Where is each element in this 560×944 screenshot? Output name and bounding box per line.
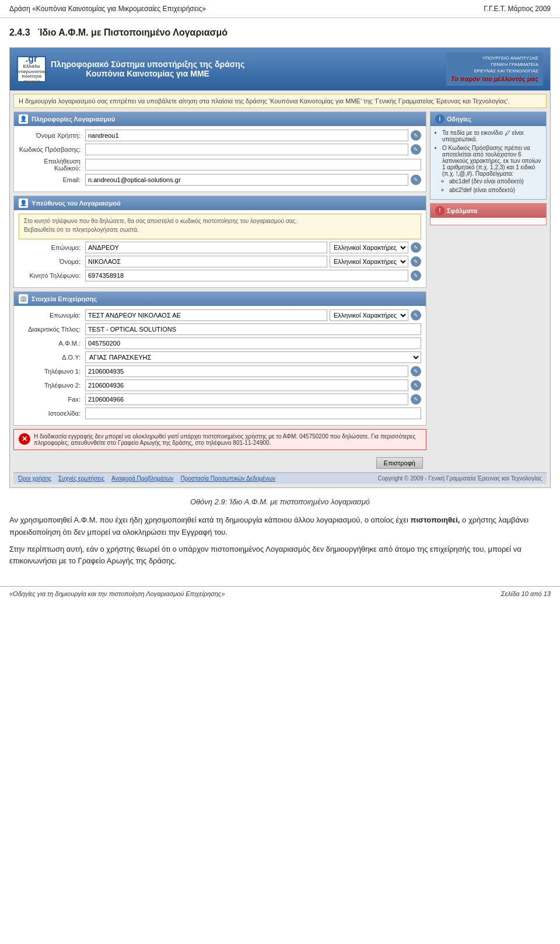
phone1-icon[interactable]: ✎ — [411, 366, 421, 377]
company-section: 🏢 Στοιχεία Επιχείρησης Επωνυμία: Ελληνικ… — [13, 291, 426, 426]
username-label: Όνομα Χρήστη: — [19, 132, 83, 139]
app-title-line2: Κουπόνια Καινοτομίας για ΜΜΕ — [51, 69, 244, 78]
logo-subtext: Ελλάδαανταγωνιστικήποιότητα ποντού — [15, 64, 48, 85]
hint-example-2: abc2!def (είναι αποδεκτό) — [449, 187, 542, 193]
left-panel: 👤 Πληροφορίες Λογαριασμού Όνομα Χρήστη: … — [13, 112, 426, 472]
errors-header: ! Σφάλματα — [430, 204, 546, 218]
username-row: Όνομα Χρήστη: ✎ — [19, 130, 421, 141]
surname-icon[interactable]: ✎ — [411, 242, 421, 253]
doy-label: Δ.Ο.Υ: — [19, 354, 83, 361]
afm-row: Α.Φ.Μ.: — [19, 337, 421, 349]
surname-type-select[interactable]: Ελληνικοί Χαρακτήρες — [330, 242, 408, 253]
website-input[interactable] — [85, 407, 421, 419]
fax-icon[interactable]: ✎ — [411, 394, 421, 405]
email-icon[interactable]: ✎ — [411, 175, 421, 185]
password-confirm-label: Επαλήθευση Κωδικού: — [19, 158, 83, 172]
doy-row: Δ.Ο.Υ: ΑΓΙΑΣ ΠΑΡΑΣΚΕΥΗΣ — [19, 351, 421, 363]
errors-icon: ! — [435, 206, 444, 215]
password-icon[interactable]: ✎ — [411, 144, 421, 155]
hint-item-1: Τα πεδία με το εικονίδιο 🖊 είναι υποχρεω… — [442, 130, 542, 142]
hint-item-2: Ο Κωδικός Πρόσβασης πρέπει να αποτελείτα… — [442, 145, 542, 193]
footer-link-2[interactable]: Συχνές ερωτήσεις — [58, 475, 104, 482]
email-row: Email: ✎ — [19, 174, 421, 186]
back-button[interactable]: Επιστροφή — [376, 457, 423, 469]
company-name-icon[interactable]: ✎ — [411, 310, 421, 321]
password-confirm-input[interactable] — [85, 159, 421, 170]
app-body: Η δημιουργία λογαριασμού σας επιτρέπει ν… — [10, 90, 550, 487]
company-name-label: Επωνυμία: — [19, 312, 83, 319]
account-section-title: Πληροφορίες Λογαριασμού — [32, 116, 115, 123]
company-name-input[interactable] — [85, 309, 327, 321]
trade-name-row: Διακριτικός Τίτλος: — [19, 323, 421, 335]
company-icon: 🏢 — [19, 294, 28, 304]
bold-word: πιστοποιηθεί, — [410, 515, 460, 524]
copyright-text: Copyright © 2009 - Γενική Γραμματεία Έρε… — [378, 475, 542, 482]
page-footer: «Οδηγίες για τη δημιουργία και την πιστο… — [0, 586, 560, 601]
hint-example-text-1: abc1def (δεν είναι αποδεκτό) — [449, 178, 524, 184]
afm-input[interactable] — [85, 337, 421, 349]
surname-row: Επώνυμο: Ελληνικοί Χαρακτήρες ✎ — [19, 242, 421, 253]
errors-body — [430, 218, 546, 225]
mobile-input[interactable] — [85, 270, 408, 281]
name-icon[interactable]: ✎ — [411, 256, 421, 267]
header-titles: Πληροφοριακό Σύστημα υποστήριξης της δρά… — [51, 60, 244, 78]
phone1-label: Τηλέφωνο 1: — [19, 368, 83, 375]
mobile-label: Κινητό Τηλέφωνο: — [19, 272, 83, 279]
mobile-icon[interactable]: ✎ — [411, 270, 421, 281]
phone1-row: Τηλέφωνο 1: ✎ — [19, 365, 421, 377]
supervisor-section-title: Υπεύθυνος του Λογαριασμού — [32, 200, 121, 207]
email-label: Email: — [19, 176, 83, 183]
supervisor-note: Στο κινητό τηλέφωνο που θα δηλώσετε, θα … — [24, 218, 416, 224]
footer-link-3[interactable]: Αναφορά Προβλημάτων — [111, 475, 174, 482]
doy-select[interactable]: ΑΓΙΑΣ ΠΑΡΑΣΚΕΥΗΣ — [85, 351, 421, 363]
password-input[interactable] — [85, 144, 408, 155]
phone2-input[interactable] — [85, 379, 408, 391]
section-heading: 2.4.3 Ίδιο Α.Φ.Μ. με Πιστοποιημένο Λογαρ… — [0, 18, 560, 43]
password-confirm-row: Επαλήθευση Κωδικού: — [19, 158, 421, 172]
email-input[interactable] — [85, 174, 408, 186]
surname-input[interactable] — [85, 242, 327, 253]
hint-example-text-2: abc2!def (είναι αποδεκτό) — [449, 187, 515, 193]
mobile-row: Κινητό Τηλέφωνο: ✎ — [19, 270, 421, 281]
website-row: Ιστοσελίδα: — [19, 407, 421, 419]
header-right: Γ.Γ.Ε.Τ. Μάρτιος 2009 — [484, 5, 551, 13]
username-icon[interactable]: ✎ — [411, 130, 421, 141]
hints-header: i Οδηγίες — [430, 112, 546, 126]
page-header: Δράση «Κουπόνια Καινοτομίας για Μικρομεσ… — [0, 0, 560, 18]
afm-label: Α.Φ.Μ.: — [19, 340, 83, 347]
fax-input[interactable] — [85, 393, 408, 405]
ministry-tagline: Το παρόν του μέλλοντός μας — [451, 75, 538, 83]
trade-name-label: Διακριτικός Τίτλος: — [19, 326, 83, 333]
ministry-line2: ΓΕΝΙΚΗ ΓΡΑΜΜΑΤΕΙΑ — [451, 61, 538, 68]
hint-text-1: Τα πεδία με το εικονίδιο 🖊 είναι υποχρεω… — [442, 130, 523, 142]
trade-name-input[interactable] — [85, 323, 421, 335]
footer-link-1[interactable]: Όροι χρήσης — [18, 475, 51, 482]
footer-link-4[interactable]: Προστασία Προσωπικών Δεδομένων — [181, 475, 276, 482]
errors-section: ! Σφάλματα — [430, 203, 547, 225]
username-input[interactable] — [85, 130, 408, 141]
company-name-type-select[interactable]: Ελληνικοί Χαρακτήρες — [330, 309, 408, 321]
logo-text: .gr — [26, 54, 37, 64]
password-row: Κωδικός Πρόσβασης: ✎ — [19, 144, 421, 155]
website-label: Ιστοσελίδα: — [19, 410, 83, 417]
info-bar-text: Η δημιουργία λογαριασμού σας επιτρέπει ν… — [19, 97, 510, 104]
name-row: Όνομα: Ελληνικοί Χαρακτήρες ✎ — [19, 256, 421, 267]
footer-bar: Όροι χρήσης Συχνές ερωτήσεις Αναφορά Προ… — [13, 472, 547, 484]
supervisor-section-header: 👤 Υπεύθυνος του Λογαριασμού — [14, 196, 426, 210]
ministry-logo: ΥΠΟΥΡΓΕΙΟ ΑΝΑΠΤΥΞΗΣ ΓΕΝΙΚΗ ΓΡΑΜΜΑΤΕΙΑ ΕΡ… — [446, 53, 543, 86]
phone1-input[interactable] — [85, 365, 408, 377]
fax-label: Fax: — [19, 396, 83, 403]
supervisor-section-body: Στο κινητό τηλέφωνο που θα δηλώσετε, θα … — [14, 210, 426, 287]
app-window-header: .gr Ελλάδαανταγωνιστικήποιότητα ποντού Π… — [10, 48, 550, 90]
main-content: 👤 Πληροφορίες Λογαριασμού Όνομα Χρήστη: … — [13, 112, 547, 472]
error-bar: ✕ Η διαδικασία εγγραφής δεν μπορεί να ολ… — [13, 429, 426, 450]
paragraph1: Αν χρησιμοποιηθεί Α.Φ.Μ. που έχει ήδη χρ… — [0, 511, 560, 541]
phone2-icon[interactable]: ✎ — [411, 380, 421, 391]
name-type-select[interactable]: Ελληνικοί Χαρακτήρες — [330, 256, 408, 267]
password-label: Κωδικός Πρόσβασης: — [19, 146, 83, 153]
info-bar: Η δημιουργία λογαριασμού σας επιτρέπει ν… — [13, 94, 547, 108]
section-number: 2.4.3 — [9, 27, 30, 37]
error-bar-text: Η διαδικασία εγγραφής δεν μπορεί να ολοκ… — [34, 433, 421, 446]
surname-label: Επώνυμο: — [19, 244, 83, 251]
name-input[interactable] — [85, 256, 327, 267]
